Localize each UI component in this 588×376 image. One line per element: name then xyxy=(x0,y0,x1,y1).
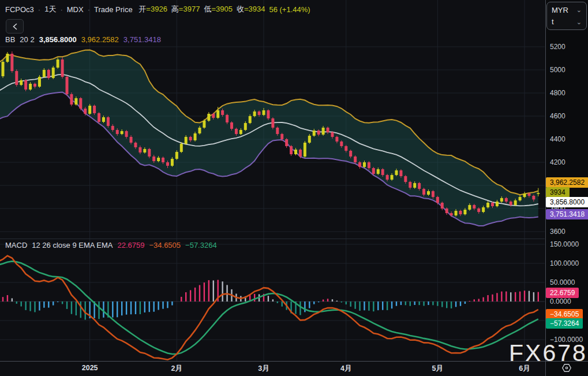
macd-tick-label: 50.0000 xyxy=(550,278,575,286)
bb-lower-value: 3,751.3418 xyxy=(123,35,161,44)
macd-tick-label: 100.0000 xyxy=(550,259,579,267)
month-label: 2025 xyxy=(82,364,98,372)
macd-indicator-legend[interactable]: MACD 12 26 close 9 EMA EMA 22.6759 −34.6… xyxy=(5,241,217,250)
price-tick-label: 4200 xyxy=(550,158,565,166)
logo-hexagon-icon[interactable] xyxy=(559,362,575,374)
month-label: 5月 xyxy=(432,364,443,374)
currency-select[interactable]: MYR ⌄ xyxy=(552,6,582,14)
chart-legend: FCPOc3 · 1天 · MDX · Trade Price 开=3926 高… xyxy=(5,4,310,14)
separator: · xyxy=(60,5,62,14)
price-scale-settings-box: MYR ⌄ t ⌄ xyxy=(546,2,587,30)
bb-title: BB xyxy=(5,35,15,44)
change-value: 56 (+1.44%) xyxy=(269,5,310,14)
macd-tick-label: 150.0000 xyxy=(550,240,579,248)
symbol-name[interactable]: FCPOc3 xyxy=(5,5,34,14)
macd-hist-value: 22.6759 xyxy=(117,241,144,250)
bb-params: 20 2 xyxy=(20,35,34,44)
macd-tick-label: 0.0000 xyxy=(550,297,571,306)
price-tick-label: 4800 xyxy=(550,89,565,97)
bb-upper-price-label: 3,962.2582 xyxy=(546,177,588,188)
separator: · xyxy=(38,5,40,14)
high-value: 高=3977 xyxy=(171,4,200,14)
price-tick-label: 5000 xyxy=(550,66,565,74)
bb-basis-price-label: 3,856.8000 xyxy=(546,197,588,207)
currency-label: MYR xyxy=(552,6,568,14)
month-label: 3月 xyxy=(258,364,269,374)
chevron-down-icon: ⌄ xyxy=(576,20,582,24)
price-tick-label: 4600 xyxy=(550,112,565,120)
fx678-watermark: FX678 xyxy=(509,340,587,367)
series-type-label: Trade Price xyxy=(94,5,133,14)
macd-line-value: −34.6505 xyxy=(149,241,181,250)
open-value: 开=3926 xyxy=(137,4,167,14)
bb-upper-value: 3,962.2582 xyxy=(81,35,119,44)
close-value: 收=3934 xyxy=(237,4,265,14)
month-label: 4月 xyxy=(340,364,351,374)
macd-hist-value-label: 22.6759 xyxy=(546,288,579,298)
macd-title: MACD xyxy=(5,241,27,250)
price-chart-canvas[interactable] xyxy=(0,0,588,376)
macd-signal-value-label: −57.3264 xyxy=(546,318,583,329)
bb-basis-value: 3,856.8000 xyxy=(39,35,77,44)
unit-select[interactable]: t ⌄ xyxy=(552,17,582,26)
last-price-label: 3934 xyxy=(546,187,570,198)
chevron-down-icon: ⌄ xyxy=(576,8,582,12)
price-tick-label: 5200 xyxy=(550,43,565,51)
chevron-left-icon xyxy=(12,23,18,30)
month-label: 2月 xyxy=(171,364,182,374)
macd-signal-value: −57.3264 xyxy=(185,241,217,250)
macd-params: 12 26 close 9 EMA EMA xyxy=(32,241,113,250)
price-tick-label: 4400 xyxy=(550,135,565,143)
back-button[interactable] xyxy=(6,19,24,33)
exchange-label: MDX xyxy=(67,5,84,14)
price-tick-label: 3600 xyxy=(550,228,565,236)
chart-root: FCPOc3 · 1天 · MDX · Trade Price 开=3926 高… xyxy=(0,0,588,376)
unit-label: t xyxy=(552,17,554,26)
bb-indicator-legend[interactable]: BB 20 2 3,856.8000 3,962.2582 3,751.3418 xyxy=(5,35,161,44)
low-value: 低=3905 xyxy=(204,4,233,14)
bb-lower-price-label: 3,751.3418 xyxy=(546,209,588,219)
separator: · xyxy=(88,5,90,14)
interval-label[interactable]: 1天 xyxy=(44,4,56,14)
